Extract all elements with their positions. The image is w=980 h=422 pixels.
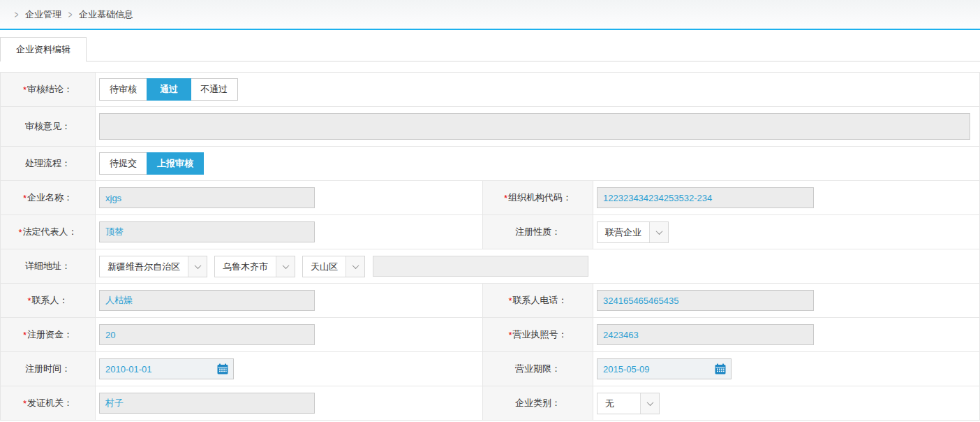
row-contact-phone: * 联系人： * 联系人电话：	[1, 284, 979, 318]
chevron-down-icon[interactable]	[188, 256, 207, 277]
company-name-input[interactable]	[99, 187, 315, 208]
business-term-label: 营业期限：	[482, 352, 593, 386]
audit-conclusion-option-reject[interactable]: 不通过	[191, 79, 237, 100]
row-authority-category: * 发证机关： 企业类别： 无	[1, 386, 979, 421]
breadcrumb-item-enterprise-basic-info[interactable]: 企业基础信息	[79, 8, 133, 21]
chevron-down-icon[interactable]	[346, 256, 364, 277]
contact-value-cell	[96, 284, 482, 317]
address-detail-input[interactable]	[373, 256, 588, 277]
field-label: 审核结论：	[27, 83, 73, 96]
reg-date-value-cell	[96, 352, 482, 386]
address-province-select[interactable]: 新疆维吾尔自治区	[99, 256, 207, 277]
company-category-value-cell: 无	[593, 386, 979, 420]
address-district-value: 天山区	[303, 256, 346, 277]
breadcrumb-arrow-icon: >	[15, 8, 19, 20]
calendar-icon[interactable]	[217, 363, 228, 374]
contact-phone-input[interactable]	[597, 290, 814, 311]
audit-conclusion-option-pass[interactable]: 通过	[147, 78, 191, 101]
audit-opinion-label: 审核意见：	[1, 107, 96, 146]
address-city-select[interactable]: 乌鲁木齐市	[214, 256, 295, 277]
required-star: *	[23, 330, 27, 340]
field-label: 企业类别：	[515, 397, 560, 409]
calendar-icon[interactable]	[715, 363, 726, 374]
legal-rep-value-cell	[96, 215, 482, 249]
tab-enterprise-profile-edit[interactable]: 企业资料编辑	[0, 37, 87, 61]
row-legal-rep-reg-nature: * 法定代表人： 注册性质： 联营企业	[1, 215, 979, 249]
audit-opinion-textarea[interactable]	[99, 113, 970, 140]
company-category-select[interactable]: 无	[597, 393, 660, 414]
company-name-value-cell	[96, 181, 482, 214]
reg-nature-label: 注册性质：	[482, 215, 593, 249]
reg-capital-input[interactable]	[99, 324, 315, 345]
enterprise-form: * 审核结论： 待审核 通过 不通过 审核意见： 处理流程：	[0, 72, 980, 421]
contact-phone-label: * 联系人电话：	[482, 284, 593, 317]
legal-rep-input[interactable]	[99, 221, 315, 242]
required-star: *	[504, 193, 507, 203]
issuing-authority-label: * 发证机关：	[1, 386, 96, 420]
issuing-authority-input[interactable]	[99, 393, 315, 414]
required-star: *	[508, 330, 512, 340]
business-term-input[interactable]	[597, 358, 732, 379]
reg-nature-select[interactable]: 联营企业	[597, 221, 669, 243]
legal-rep-label: * 法定代表人：	[1, 215, 96, 249]
address-label: 详细地址：	[1, 249, 96, 283]
business-term-field	[597, 358, 732, 379]
row-audit-conclusion: * 审核结论： 待审核 通过 不通过	[1, 73, 979, 107]
process-flow-option-report-audit[interactable]: 上报审核	[147, 152, 204, 175]
audit-conclusion-option-pending[interactable]: 待审核	[100, 79, 147, 100]
company-name-label: * 企业名称：	[1, 181, 96, 214]
address-city-value: 乌鲁木齐市	[215, 256, 276, 277]
address-district-select[interactable]: 天山区	[302, 256, 365, 277]
reg-capital-label: * 注册资金：	[1, 318, 96, 351]
required-star: *	[23, 193, 27, 203]
contact-phone-value-cell	[593, 284, 979, 317]
breadcrumb-item-enterprise-management[interactable]: 企业管理	[25, 8, 61, 21]
breadcrumb: > 企业管理 > 企业基础信息	[0, 0, 980, 30]
license-no-input[interactable]	[597, 324, 814, 345]
field-label: 发证机关：	[27, 397, 73, 409]
audit-opinion-value-cell	[96, 107, 979, 146]
address-province-value: 新疆维吾尔自治区	[100, 256, 188, 277]
reg-date-input[interactable]	[99, 358, 234, 379]
required-star: *	[23, 85, 27, 95]
contact-input[interactable]	[99, 290, 315, 311]
required-star: *	[18, 227, 22, 238]
company-category-label: 企业类别：	[482, 386, 593, 420]
field-label: 详细地址：	[25, 260, 70, 272]
address-value-cell: 新疆维吾尔自治区 乌鲁木齐市 天山区	[96, 249, 979, 283]
tab-bar: 企业资料编辑	[0, 37, 980, 61]
field-label: 企业名称：	[27, 191, 73, 204]
audit-conclusion-label: * 审核结论：	[1, 73, 96, 106]
field-label: 处理流程：	[25, 157, 70, 170]
field-label: 营业期限：	[515, 363, 560, 375]
contact-label: * 联系人：	[1, 284, 96, 317]
org-code-input[interactable]	[597, 187, 814, 208]
process-flow-option-to-submit[interactable]: 待提交	[100, 153, 147, 174]
field-label: 法定代表人：	[23, 226, 77, 238]
field-label: 审核意见：	[25, 120, 70, 133]
row-company-name-org-code: * 企业名称： * 组织机构代码：	[1, 181, 979, 215]
field-label: 注册性质：	[515, 226, 560, 238]
org-code-label: * 组织机构代码：	[482, 181, 593, 214]
field-label: 注册时间：	[25, 363, 70, 375]
reg-date-field	[99, 358, 234, 379]
chevron-down-icon[interactable]	[640, 393, 659, 414]
page: > 企业管理 > 企业基础信息 企业资料编辑 * 审核结论： 待审核 通过 不通…	[0, 0, 980, 422]
reg-date-label: 注册时间：	[1, 352, 96, 386]
reg-capital-value-cell	[96, 318, 482, 351]
row-process-flow: 处理流程： 待提交 上报审核	[1, 147, 979, 181]
row-dates: 注册时间：	[1, 352, 979, 386]
required-star: *	[508, 296, 512, 306]
audit-conclusion-value-cell: 待审核 通过 不通过	[96, 73, 979, 106]
field-label: 营业执照号：	[513, 328, 567, 341]
reg-nature-value-cell: 联营企业	[593, 215, 979, 249]
chevron-down-icon[interactable]	[649, 222, 668, 242]
field-label: 组织机构代码：	[508, 191, 572, 204]
process-flow-button-group: 待提交 上报审核	[99, 152, 204, 175]
license-no-value-cell	[593, 318, 979, 351]
breadcrumb-separator-icon: >	[68, 8, 73, 20]
chevron-down-icon[interactable]	[276, 256, 295, 277]
license-no-label: * 营业执照号：	[482, 318, 593, 351]
row-detailed-address: 详细地址： 新疆维吾尔自治区 乌鲁木齐市 天山区	[1, 249, 979, 284]
issuing-authority-value-cell	[96, 386, 482, 420]
